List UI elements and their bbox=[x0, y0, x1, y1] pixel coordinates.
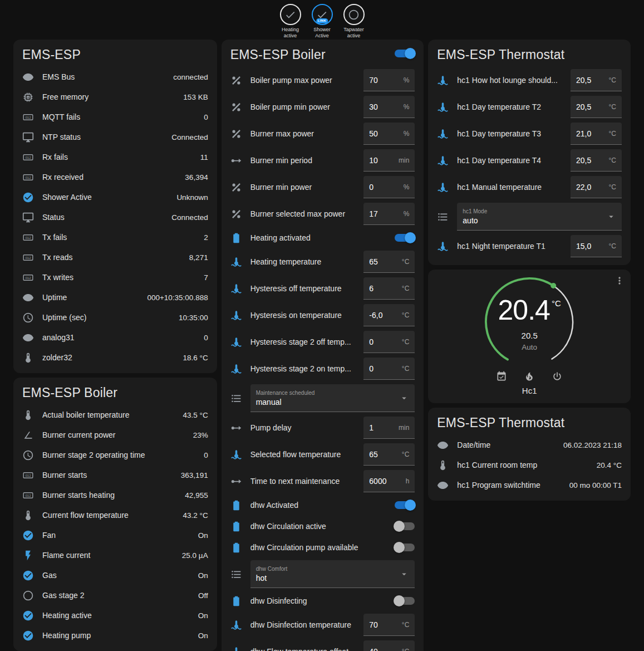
select-field[interactable]: hc1 Modeauto bbox=[457, 203, 622, 231]
chevron-down-icon bbox=[606, 212, 616, 222]
entity-row[interactable]: Uptime (sec)10:35:00 bbox=[13, 307, 217, 327]
entity-row[interactable]: 012MQTT fails0 bbox=[13, 107, 217, 127]
select-field[interactable]: dhw Comforthot bbox=[250, 560, 415, 588]
entity-row[interactable]: hc1 Current room temp20.4 °C bbox=[428, 455, 631, 475]
entity-row[interactable]: 012Rx fails11 bbox=[13, 147, 217, 167]
badge-heating-active[interactable]: Heating active bbox=[276, 4, 305, 40]
badge-shower-active[interactable]: LINKShower Active bbox=[308, 4, 337, 40]
control-label: Burner selected max power bbox=[250, 209, 364, 218]
number-input[interactable]: 17% bbox=[363, 203, 415, 225]
entity-value: Unknown bbox=[176, 193, 208, 202]
number-value: 0 bbox=[369, 364, 400, 373]
entity-row[interactable]: Burner stage 2 operating time0 bbox=[13, 445, 217, 465]
number-input[interactable]: 20,5°C bbox=[571, 149, 622, 172]
entity-row[interactable]: Flame current25.0 µA bbox=[13, 545, 217, 565]
select-field[interactable]: Maintenance scheduledmanual bbox=[250, 384, 415, 412]
entity-row[interactable]: analog310 bbox=[13, 327, 217, 347]
entity-rows: Actual boiler temperature43.5 °CBurner c… bbox=[13, 405, 217, 651]
counter-icon: 012 bbox=[22, 252, 34, 263]
entity-row[interactable]: Uptime000+10:35:00.888 bbox=[13, 287, 217, 307]
entity-row[interactable]: hc1 Program switchtime00 mo 00:00 T1 bbox=[428, 475, 631, 495]
entity-row[interactable]: Actual boiler temperature43.5 °C bbox=[13, 405, 217, 425]
toggle-switch[interactable] bbox=[395, 501, 415, 509]
number-input[interactable]: 65°C bbox=[363, 443, 415, 466]
badge-label: Tapwater active bbox=[340, 27, 368, 40]
number-input[interactable]: 10min bbox=[363, 149, 415, 172]
svg-text:012: 012 bbox=[25, 473, 31, 477]
entity-row[interactable]: Free memory153 KB bbox=[13, 87, 217, 107]
entity-row[interactable]: 012Tx writes7 bbox=[13, 267, 217, 287]
toggle-switch[interactable] bbox=[395, 544, 415, 551]
card-thermostat-controls: EMS-ESP Thermostat hc1 How hot lounge sh… bbox=[428, 40, 631, 265]
percent-icon bbox=[230, 75, 242, 86]
fire-icon[interactable] bbox=[524, 371, 535, 382]
entity-row[interactable]: Heating activeOn bbox=[13, 605, 217, 625]
counter-icon: 012 bbox=[22, 232, 34, 243]
number-input[interactable]: 0°C bbox=[363, 358, 415, 380]
entity-row[interactable]: 012Burner starts363,191 bbox=[13, 465, 217, 485]
menu-dots-icon[interactable] bbox=[614, 275, 625, 286]
entity-value: 18.6 °C bbox=[183, 354, 208, 362]
entity-row[interactable]: Shower ActiveUnknown bbox=[13, 187, 217, 207]
entity-row[interactable]: EMS Busconnected bbox=[13, 67, 217, 87]
entity-label: Burner starts bbox=[42, 471, 176, 479]
entity-row[interactable]: Heating pumpOn bbox=[13, 625, 217, 645]
number-input[interactable]: 0% bbox=[363, 176, 415, 198]
number-row: Burner max power50% bbox=[222, 120, 424, 147]
entity-row[interactable]: Current flow temperature43.2 °C bbox=[13, 505, 217, 525]
entity-label: Uptime (sec) bbox=[42, 313, 174, 322]
toggle-switch[interactable] bbox=[395, 234, 415, 242]
number-input[interactable]: 50% bbox=[363, 123, 415, 145]
control-label: Selected flow temperature bbox=[250, 450, 364, 459]
number-input[interactable]: 70°C bbox=[363, 614, 415, 636]
number-input[interactable]: 65°C bbox=[363, 251, 415, 273]
entity-row[interactable]: Burner current power23% bbox=[13, 425, 217, 445]
number-input[interactable]: 20,5°C bbox=[571, 96, 622, 118]
number-input[interactable]: 40°C bbox=[363, 640, 415, 651]
number-input[interactable]: 1min bbox=[363, 417, 415, 439]
number-unit: °C bbox=[609, 130, 616, 138]
monitor-icon bbox=[22, 212, 34, 223]
number-input[interactable]: 20,5°C bbox=[571, 69, 622, 91]
entity-row[interactable]: 012Tx fails2 bbox=[13, 227, 217, 247]
number-row: Hysteresis stage 2 on temp...0°C bbox=[222, 355, 424, 382]
number-input[interactable]: 22,0°C bbox=[571, 176, 622, 198]
entity-row[interactable]: zolder3218.6 °C bbox=[13, 347, 217, 368]
card-toggle-switch[interactable] bbox=[395, 50, 415, 57]
percent-icon bbox=[230, 101, 242, 113]
number-input[interactable]: 0°C bbox=[363, 331, 415, 353]
number-input[interactable]: 30% bbox=[363, 96, 415, 118]
card-title: EMS-ESP Boiler bbox=[13, 378, 217, 405]
calendar-check-icon[interactable] bbox=[496, 371, 507, 382]
entity-label: MQTT fails bbox=[42, 112, 199, 121]
control-label: Burner min period bbox=[250, 156, 364, 165]
dial-handle bbox=[550, 283, 556, 288]
number-value: 0 bbox=[369, 183, 401, 192]
entity-row[interactable]: FanOn bbox=[13, 525, 217, 545]
number-input[interactable]: -6,0°C bbox=[363, 304, 415, 326]
entity-row[interactable]: GasOn bbox=[13, 565, 217, 585]
number-row: dhw Disinfection temperature70°C bbox=[222, 611, 424, 638]
entity-row[interactable]: StatusConnected bbox=[13, 207, 217, 227]
number-input[interactable]: 21,0°C bbox=[571, 123, 622, 145]
chevron-down-icon bbox=[399, 569, 409, 579]
number-value: 21,0 bbox=[576, 129, 607, 138]
entity-row[interactable]: 012Tx reads8,271 bbox=[13, 247, 217, 267]
entity-row[interactable]: Gas stage 2Off bbox=[13, 585, 217, 605]
entity-row[interactable]: 012Rx received36,394 bbox=[13, 167, 217, 187]
number-input[interactable]: 70% bbox=[363, 69, 415, 91]
thermo-waves-icon bbox=[437, 128, 449, 140]
number-input[interactable]: 6°C bbox=[363, 277, 415, 300]
entity-row[interactable]: NTP statusConnected bbox=[13, 127, 217, 147]
badge-tapwater-active[interactable]: Tapwater active bbox=[340, 4, 368, 40]
number-input[interactable]: 15,0°C bbox=[571, 235, 622, 257]
thermostat-dial[interactable]: 20.4°C 20.5 Auto bbox=[481, 274, 577, 370]
entity-row[interactable]: Date/time06.02.2023 21:18 bbox=[428, 435, 631, 455]
number-input[interactable]: 6000h bbox=[363, 470, 415, 492]
toggle-switch[interactable] bbox=[395, 522, 415, 530]
entity-label: analog31 bbox=[42, 333, 199, 342]
toggle-switch[interactable] bbox=[395, 597, 415, 605]
check-circle-icon bbox=[22, 192, 34, 203]
entity-row[interactable]: 012Burner starts heating42,955 bbox=[13, 485, 217, 505]
power-icon[interactable] bbox=[552, 371, 563, 382]
